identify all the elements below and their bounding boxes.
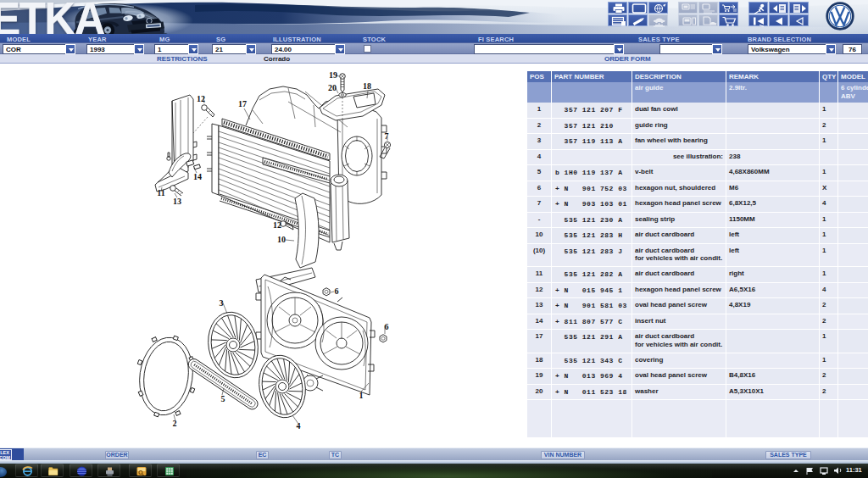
table-row[interactable]: 14+ 811 807 577 Cinsert nut2 — [527, 314, 868, 331]
restrictions-button[interactable]: RESTRICTIONS — [157, 55, 208, 63]
ie-icon[interactable] — [15, 464, 38, 477]
ec-button[interactable]: EC — [256, 451, 269, 459]
table-row[interactable]: 18 535 121 343 Ccovering1 — [527, 353, 868, 370]
cell-remark: 4,68X860MM — [726, 165, 819, 181]
cell-qty: 1 — [819, 244, 837, 268]
speaker-icon[interactable] — [834, 468, 841, 475]
cell-remark: 4,8X19 — [726, 298, 819, 314]
flag-icon[interactable] — [807, 468, 813, 475]
table-row[interactable]: 7+ N 903 103 01hexagon head panel screw6… — [527, 197, 868, 213]
table-row[interactable]: 12+ N 015 945 1hexagon head panel screwA… — [527, 283, 868, 299]
taskbar-clock[interactable]: 11:31 — [846, 466, 862, 474]
table-row[interactable]: (10) 535 121 283 Jair duct cardboardfor … — [527, 244, 868, 268]
model-input[interactable]: COR — [3, 44, 66, 54]
cell-qty: 4 — [819, 197, 837, 213]
monitor-list-icon[interactable] — [698, 2, 718, 14]
drive-icon[interactable] — [678, 14, 698, 26]
table-row[interactable]: 13+ N 901 581 03oval head panel screw4,8… — [527, 298, 868, 314]
folder-icon[interactable] — [41, 464, 64, 477]
network-icon[interactable] — [821, 468, 827, 475]
cell-part-number — [551, 150, 632, 166]
stock-checkbox[interactable] — [364, 45, 371, 53]
fi-search-input[interactable] — [474, 44, 615, 54]
brand-selection-dropdown-button[interactable] — [826, 44, 836, 54]
page-back-icon[interactable] — [769, 2, 788, 14]
sales-type-dropdown-button[interactable] — [712, 44, 722, 54]
year-input[interactable]: 1993 — [86, 44, 135, 54]
print-icon[interactable] — [608, 2, 627, 14]
brand-selection-input[interactable]: Volkswagen — [748, 44, 826, 54]
fi-search-dropdown-button[interactable] — [614, 44, 624, 54]
cell-model — [837, 267, 868, 283]
car-lift-icon[interactable] — [648, 14, 668, 26]
doc-car-icon[interactable] — [698, 14, 718, 26]
order-button[interactable]: ORDER — [105, 451, 129, 459]
tray-expand-icon[interactable] — [793, 470, 798, 472]
table-row[interactable]: 4see illustration:238 — [527, 150, 868, 166]
cell-part-number: 535 121 343 C — [551, 353, 632, 370]
table-row[interactable]: - 535 121 230 Asealing strip1150MM1 — [527, 213, 868, 229]
exploded-diagram[interactable]: 1217192018714111312103662541 — [0, 64, 526, 447]
cell-part-number: + N 901 581 03 — [551, 298, 632, 314]
monitor-doc-icon[interactable] — [678, 2, 698, 14]
skip-back-icon[interactable] — [748, 14, 768, 26]
cell-part-number: + N 903 103 01 — [551, 197, 632, 213]
cart-transfer-icon[interactable] — [719, 2, 738, 14]
table-row[interactable]: 20+ N 011 523 18washerA5,3X10X12 — [527, 385, 868, 401]
illustration-input[interactable]: 24.00 — [271, 44, 336, 54]
year-dropdown-button[interactable] — [134, 44, 144, 54]
mg-input[interactable]: 1 — [154, 44, 189, 54]
callout-18: 18 — [363, 81, 371, 91]
col-remark: REMARK — [726, 71, 819, 82]
cell-qty — [819, 150, 837, 166]
printer-device-icon[interactable] — [97, 464, 120, 477]
etka-logo: ETKA — [0, 0, 104, 34]
cell-part-number: 535 121 291 A — [551, 330, 632, 353]
table-row[interactable]: 10 535 121 283 Hair duct cardboardleft1 — [527, 228, 868, 244]
vin-number-button[interactable]: VIN NUMBER — [541, 451, 585, 459]
table-row[interactable]: 11 535 121 282 Aair duct cardboardright1 — [527, 267, 868, 283]
table-row[interactable]: 19+ N 013 969 4oval head panel screwB4,8… — [527, 369, 868, 385]
sales-type-input[interactable] — [659, 44, 713, 54]
callout-17: 17 — [238, 99, 247, 108]
cart-icon[interactable] — [719, 14, 738, 26]
globe-icon[interactable] — [648, 2, 668, 14]
cell-qty: 1 — [819, 228, 837, 244]
table-row[interactable]: 3 357 119 113 Afan wheel with bearing1 — [527, 134, 868, 150]
table-row[interactable]: 1 357 121 207 Fdual fan cowl1 — [527, 103, 868, 119]
page-forward-icon[interactable] — [789, 2, 809, 14]
triangle-back-outline-icon[interactable] — [789, 14, 809, 26]
spreadsheet-icon[interactable] — [157, 464, 180, 477]
sg-dropdown-button[interactable] — [246, 44, 256, 54]
order-form-button[interactable]: ORDER FORM — [604, 55, 651, 63]
search-app-icon[interactable] — [129, 464, 152, 477]
cell-remark — [726, 353, 819, 370]
sales-type-button[interactable]: SALES TYPE — [765, 451, 811, 459]
cell-remark: right — [726, 267, 819, 283]
table-row[interactable]: 2 357 121 210guide ring2 — [527, 119, 868, 135]
callout-19: 19 — [329, 70, 337, 80]
pencil-icon[interactable] — [628, 14, 648, 26]
model-dropdown-button[interactable] — [65, 44, 75, 54]
callout-6: 6 — [385, 322, 389, 331]
globe-sphere-icon[interactable] — [70, 464, 92, 477]
tc-button[interactable]: TC — [329, 451, 342, 459]
table-row[interactable]: 17 535 121 291 Aair duct cardboardfor ve… — [527, 330, 868, 353]
illustration-dropdown-button[interactable] — [335, 44, 345, 54]
cell-pos: 6 — [527, 181, 551, 197]
callout-13: 13 — [173, 197, 181, 206]
table-row[interactable]: 5b 1H0 119 137 Av-belt4,68X860MM1 — [527, 165, 868, 181]
screw-part19 — [340, 74, 346, 92]
sg-input[interactable]: 21 — [212, 44, 247, 54]
triangle-back-icon[interactable] — [769, 14, 788, 26]
callout-2: 2 — [173, 419, 177, 428]
cell-pos: 17 — [527, 330, 551, 353]
parts-list-icon[interactable] — [608, 14, 627, 26]
mg-dropdown-button[interactable] — [188, 44, 198, 54]
cell-qty: 1 — [819, 353, 837, 370]
monitor-frame-icon[interactable] — [628, 2, 648, 14]
table-row[interactable]: 6+ N 901 752 03hexagon nut, shoulderedM6… — [527, 181, 868, 197]
cell-qty: 1 — [819, 134, 837, 150]
pin-icon[interactable] — [748, 2, 768, 14]
cell-qty: 1 — [819, 213, 837, 229]
